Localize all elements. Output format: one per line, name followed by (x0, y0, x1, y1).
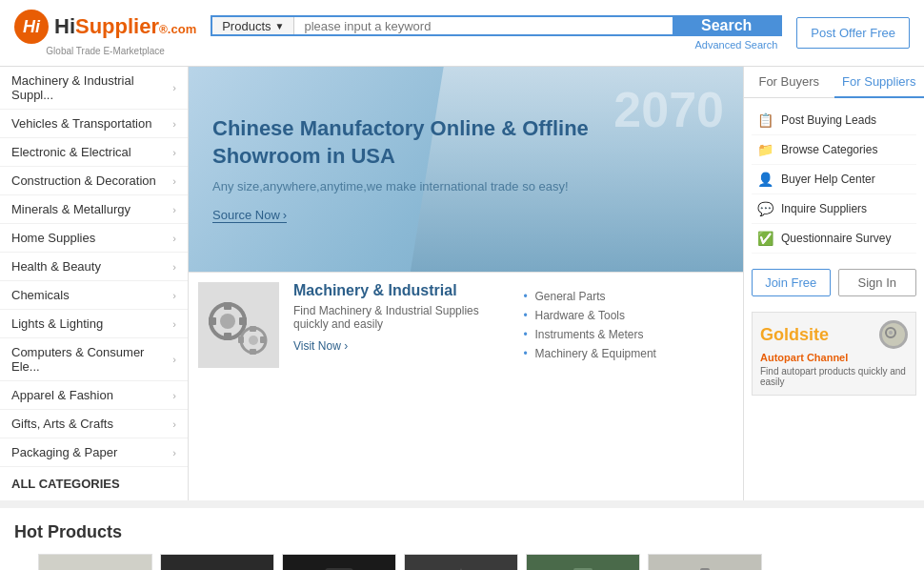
post-buying-leads-label: Post Buying Leads (781, 113, 876, 127)
chevron-right-icon: › (172, 290, 176, 301)
hot-products-title: Hot Products (14, 522, 910, 542)
product-card-3[interactable] (404, 554, 518, 570)
inquire-suppliers-link[interactable]: 💬 Inquire Suppliers (752, 194, 916, 224)
search-category-label: Products (222, 19, 271, 33)
join-signin-area: Join Free Sign In (744, 261, 924, 304)
goldsite-desc: Find autopart products quickly and easil… (760, 366, 908, 387)
machinery-cat-0[interactable]: General Parts (521, 287, 734, 306)
products-grid (38, 554, 886, 570)
chevron-right-icon: › (172, 233, 176, 244)
machinery-cat-3[interactable]: Machinery & Equipment (521, 344, 734, 363)
main-content: Machinery & Industrial Suppl... › Vehicl… (0, 67, 924, 500)
all-categories-link[interactable]: ALL CATEGORIES (0, 467, 188, 500)
browse-categories-label: Browse Categories (781, 143, 877, 156)
sidebar-item-label: Vehicles & Transportation (11, 116, 151, 131)
chevron-right-icon: › (172, 175, 176, 187)
product-card-0[interactable] (38, 554, 152, 570)
sidebar-item-label: Construction & Decoration (11, 173, 156, 188)
sidebar-item-apparel[interactable]: Apparel & Fashion › (0, 381, 188, 410)
sidebar-item-health[interactable]: Health & Beauty › (0, 253, 188, 281)
chat-icon: 💬 (756, 200, 773, 217)
svg-rect-2 (224, 302, 231, 310)
buyer-help-center-link[interactable]: 👤 Buyer Help Center (752, 165, 916, 194)
panel-links: 📋 Post Buying Leads 📁 Browse Categories … (744, 98, 924, 261)
sidebar-item-lights[interactable]: Lights & Lighting › (0, 310, 188, 338)
machinery-section: Machinery & Industrial Find Machinery & … (189, 272, 743, 377)
browse-categories-link[interactable]: 📁 Browse Categories (752, 135, 916, 165)
search-category-select[interactable]: Products ▼ (212, 17, 294, 34)
banner-heading-line2: Showroom in USA (212, 144, 395, 168)
chevron-right-icon: › (172, 261, 176, 273)
machinery-cat-1[interactable]: Hardware & Tools (521, 306, 734, 325)
chevron-right-icon: › (172, 354, 176, 365)
svg-rect-5 (239, 317, 247, 325)
chevron-right-icon: › (172, 118, 176, 130)
chevron-right-icon: › (172, 147, 176, 158)
source-now-label: Source Now (212, 208, 280, 222)
product-image-0 (39, 555, 151, 570)
product-card-1[interactable] (160, 554, 274, 570)
sign-in-button[interactable]: Sign In (838, 269, 917, 296)
right-panel: For Buyers For Suppliers 📋 Post Buying L… (743, 67, 924, 500)
sidebar-item-home[interactable]: Home Supplies › (0, 224, 188, 253)
sidebar-item-packaging[interactable]: Packaging & Paper › (0, 438, 188, 467)
chevron-right-icon: › (172, 82, 176, 93)
arrow-right-icon: › (283, 208, 287, 222)
goldsite-sub-label: Autopart Channel (760, 352, 848, 363)
product-image-2 (283, 555, 395, 570)
for-buyers-tab[interactable]: For Buyers (744, 67, 834, 97)
sidebar-item-gifts[interactable]: Gifts, Arts & Crafts › (0, 410, 188, 438)
logo-reg: ® (159, 23, 168, 36)
visit-now-link[interactable]: Visit Now › (293, 339, 348, 353)
post-offer-button[interactable]: Post Offer Free (796, 17, 910, 49)
join-free-button[interactable]: Join Free (752, 269, 831, 296)
goldsite-banner: Goldsite Autopart Channel Find autopart … (752, 312, 916, 396)
product-card-2[interactable] (282, 554, 396, 570)
sidebar-item-minerals[interactable]: Minerals & Metallurgy › (0, 195, 188, 224)
arrow-right-icon: › (344, 339, 348, 353)
search-button[interactable]: Search (673, 17, 780, 34)
banner-heading: Chinese Manufactory Online & Offline Sho… (212, 115, 589, 170)
svg-rect-3 (224, 333, 231, 340)
product-card-5[interactable] (648, 554, 762, 570)
questionnaire-survey-link[interactable]: ✅ Questionnaire Survey (752, 224, 916, 254)
logo-area: Hi HiSupplier®.com Global Trade E-Market… (14, 10, 196, 56)
advanced-search-link[interactable]: Advanced Search (211, 39, 782, 51)
sidebar-item-electronic[interactable]: Electronic & Electrical › (0, 138, 188, 167)
sidebar: Machinery & Industrial Suppl... › Vehicl… (0, 67, 189, 500)
svg-rect-10 (238, 336, 244, 343)
sidebar-item-label: Packaging & Paper (11, 445, 117, 459)
product-card-4[interactable] (526, 554, 640, 570)
sidebar-item-chemicals[interactable]: Chemicals › (0, 281, 188, 310)
goldsite-image (879, 320, 908, 349)
machinery-categories: General Parts Hardware & Tools Instrumen… (521, 282, 734, 363)
visit-now-label: Visit Now (293, 339, 341, 353)
clipboard-icon: 📋 (756, 112, 773, 129)
folder-icon: 📁 (756, 141, 773, 158)
machinery-info: Machinery & Industrial Find Machinery & … (293, 282, 507, 353)
source-now-link[interactable]: Source Now › (212, 208, 287, 223)
header: Hi HiSupplier®.com Global Trade E-Market… (0, 0, 924, 67)
sidebar-item-computers[interactable]: Computers & Consumer Ele... › (0, 338, 188, 381)
sidebar-item-machinery[interactable]: Machinery & Industrial Suppl... › (0, 67, 188, 110)
for-suppliers-tab[interactable]: For Suppliers (834, 67, 925, 98)
search-bar: Products ▼ Search (211, 15, 782, 36)
search-input[interactable] (294, 17, 673, 34)
chevron-right-icon: › (172, 318, 176, 330)
machinery-cat-2[interactable]: Instruments & Meters (521, 325, 734, 344)
post-buying-leads-link[interactable]: 📋 Post Buying Leads (752, 106, 916, 135)
machinery-title: Machinery & Industrial (293, 282, 507, 299)
goldsite-logo: Goldsite (760, 325, 829, 345)
sidebar-item-vehicles[interactable]: Vehicles & Transportation › (0, 110, 188, 138)
product-image-3 (405, 555, 517, 570)
logo-icon-letter: Hi (23, 17, 40, 37)
sidebar-item-label: Chemicals (11, 288, 70, 302)
svg-rect-4 (209, 317, 216, 325)
check-icon: ✅ (756, 230, 773, 247)
chevron-down-icon: ▼ (275, 21, 285, 31)
svg-point-14 (889, 331, 893, 335)
sidebar-item-label: Home Supplies (11, 231, 95, 245)
inquire-suppliers-label: Inquire Suppliers (781, 202, 867, 215)
sidebar-item-construction[interactable]: Construction & Decoration › (0, 167, 188, 195)
svg-point-7 (249, 336, 258, 345)
